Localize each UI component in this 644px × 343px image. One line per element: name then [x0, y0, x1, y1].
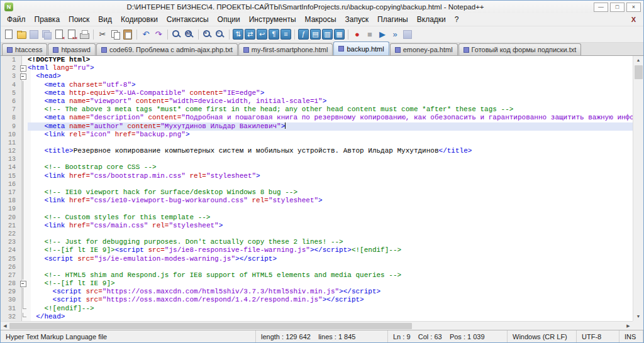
function-list-icon[interactable]: ƒ	[298, 29, 309, 40]
code-text[interactable]: <!--[if lt IE 9]><script src="js/ie8-res…	[28, 246, 633, 254]
code-text[interactable]: <!-- IE10 viewport hack for Surface/desk…	[28, 188, 633, 197]
tab-htaccess[interactable]: htaccess	[2, 43, 47, 55]
menu-item-4[interactable]: Вид	[94, 14, 116, 25]
menu-item-12[interactable]: Вкладки	[413, 14, 450, 25]
print-icon[interactable]	[79, 29, 90, 40]
minimize-button[interactable]: —	[594, 3, 608, 12]
scroll-left-icon[interactable]: ◀	[1, 322, 9, 330]
editor-lines[interactable]: 1<!DOCTYPE html>2<html lang="ru">3 <head…	[1, 56, 633, 321]
word-wrap-icon[interactable]: ↩	[257, 29, 267, 40]
code-text[interactable]: <script src="https://oss.maxcdn.com/html…	[28, 288, 633, 296]
menu-item-2[interactable]: Правка	[30, 14, 65, 25]
menu-item-1[interactable]: Файл	[3, 14, 30, 25]
code-text[interactable]	[28, 155, 633, 163]
code-text[interactable]: <![endif]-->	[28, 305, 633, 313]
code-text[interactable]: <!-- Just for debugging purposes. Don't …	[28, 238, 633, 246]
replace-icon[interactable]: ab	[184, 29, 195, 40]
code-text[interactable]: <title>Резервное копирование компьютерны…	[28, 147, 633, 155]
record-macro-icon[interactable]: ●	[352, 29, 363, 40]
zoom-in-icon[interactable]: +	[202, 29, 213, 40]
code-text[interactable]: <meta charset="utf-8">	[28, 81, 633, 89]
folder-as-workspace-icon[interactable]: ▦	[334, 29, 345, 40]
fold-marker-icon[interactable]	[19, 72, 28, 80]
code-text[interactable]: <!-- Bootstrap core CSS -->	[28, 163, 633, 172]
find-icon[interactable]	[171, 29, 182, 40]
title-bar[interactable]: N D:\ИНТЕРНЕТ БИЗНЕС\4. ПРОЕКТЫ-САЙТЫ\Sm…	[1, 1, 643, 13]
tab-code69.-admin-ajax.php.txt[interactable]: code69. Проблема с admin-ajax.php.txt	[96, 43, 238, 55]
code-text[interactable]: <html lang="ru">	[28, 64, 633, 72]
code-text[interactable]: <!DOCTYPE html>	[28, 56, 633, 64]
code-text[interactable]: <meta http-equiv="X-UA-Compatible" conte…	[28, 89, 633, 97]
document-list-icon[interactable]: ▥	[322, 29, 333, 40]
code-text[interactable]: <meta name="description" content="Подроб…	[28, 114, 633, 122]
playback-macro-icon[interactable]: ▶	[377, 29, 388, 40]
redo-icon[interactable]: ↷	[153, 29, 164, 40]
zoom-out-icon[interactable]: −	[214, 29, 226, 40]
open-file-icon[interactable]	[16, 29, 27, 40]
show-all-characters-icon[interactable]: ¶	[269, 29, 279, 40]
code-text[interactable]: <meta name="viewport" content="width=dev…	[28, 97, 633, 106]
scroll-up-icon[interactable]: ▲	[634, 56, 643, 65]
code-text[interactable]: <script src="https://oss.maxcdn.com/resp…	[28, 296, 633, 304]
menubar-close-icon[interactable]: X	[626, 16, 641, 23]
code-text[interactable]: <link href="css/main.css" rel="styleshee…	[28, 222, 633, 230]
stop-record-icon[interactable]: ■	[364, 29, 375, 40]
code-text[interactable]: <!-- HTML5 shim and Respond.js for IE8 s…	[28, 271, 633, 280]
menu-item-5[interactable]: Кодировки	[116, 14, 162, 25]
tab-backup.html[interactable]: backup.html	[333, 41, 389, 55]
maximize-button[interactable]: □	[610, 3, 625, 12]
fold-marker-icon[interactable]	[19, 280, 28, 288]
code-text[interactable]: <link href="css/ie10-viewport-bug-workar…	[28, 197, 633, 205]
tab-htpasswd[interactable]: htpasswd	[48, 43, 95, 55]
code-text[interactable]	[28, 230, 633, 238]
document-map-icon[interactable]: ▤	[310, 29, 321, 40]
menu-item-13[interactable]: ?	[450, 14, 464, 25]
menu-item-11[interactable]: Плагины	[373, 14, 413, 25]
menu-item-9[interactable]: Макросы	[301, 14, 341, 25]
code-text[interactable]: <!--[if lt IE 9]>	[28, 280, 633, 288]
code-text[interactable]: <meta name="author" content="Мухутдинов …	[28, 122, 633, 131]
cut-icon[interactable]: ✂	[97, 29, 108, 40]
scroll-right-icon[interactable]: ▶	[624, 322, 633, 330]
tab-.txt[interactable]: Готовый код формы подписки.txt	[458, 43, 582, 55]
menu-item-3[interactable]: Поиск	[64, 14, 94, 25]
code-text[interactable]: <link rel="icon" href="backup.png">	[28, 131, 633, 139]
close-file-icon[interactable]: ×	[53, 29, 65, 40]
menu-item-8[interactable]: Инструменты	[245, 14, 301, 25]
new-file-icon[interactable]	[3, 29, 14, 40]
code-text[interactable]: <!-- Custom styles for this template -->	[28, 214, 633, 222]
close-button[interactable]: ×	[626, 3, 641, 12]
undo-icon[interactable]: ↶	[140, 29, 152, 40]
menu-item-10[interactable]: Запуск	[341, 14, 374, 25]
vertical-scroll-thumb[interactable]	[635, 65, 643, 79]
save-macro-icon[interactable]	[402, 29, 413, 40]
menu-item-6[interactable]: Синтаксисы	[162, 14, 213, 25]
code-text[interactable]: <link href="css/bootstrap.min.css" rel="…	[28, 172, 633, 180]
horizontal-scrollbar[interactable]: ◀ ▶	[1, 321, 633, 330]
vertical-scrollbar[interactable]: ▲ ▼	[633, 56, 643, 321]
code-text[interactable]: <script src="js/ie-emulation-modes-warni…	[28, 255, 633, 263]
code-text[interactable]	[28, 180, 633, 188]
fold-marker-icon[interactable]	[19, 64, 28, 72]
sync-vertical-scroll-icon[interactable]: ⇅	[233, 29, 243, 40]
code-text[interactable]	[28, 263, 633, 271]
code-text[interactable]: </head>	[28, 313, 633, 321]
editor[interactable]: 1<!DOCTYPE html>2<html lang="ru">3 <head…	[1, 56, 643, 330]
save-file-icon[interactable]	[28, 29, 40, 40]
copy-icon[interactable]	[109, 29, 121, 40]
code-text[interactable]	[28, 139, 633, 147]
run-macro-multiple-icon[interactable]: »	[389, 29, 401, 40]
save-all-icon[interactable]	[41, 29, 52, 40]
code-text[interactable]	[28, 205, 633, 213]
close-all-icon[interactable]: ××	[66, 29, 77, 40]
horizontal-scroll-thumb[interactable]	[9, 323, 412, 329]
scroll-down-icon[interactable]: ▼	[634, 312, 643, 321]
tab-my-first-smartphone.html[interactable]: my-first-smartphone.html	[238, 43, 333, 55]
code-text[interactable]: <!-- The above 3 meta tags *must* come f…	[28, 106, 633, 114]
menu-item-7[interactable]: Опции	[213, 14, 245, 25]
sync-horizontal-scroll-icon[interactable]: ⇄	[245, 29, 255, 40]
paste-icon[interactable]	[122, 29, 133, 40]
indent-guide-icon[interactable]: ≡	[280, 29, 291, 40]
tab-emoney-pa.html[interactable]: emoney-pa.html	[390, 43, 458, 55]
code-text[interactable]: <head>	[28, 72, 633, 80]
